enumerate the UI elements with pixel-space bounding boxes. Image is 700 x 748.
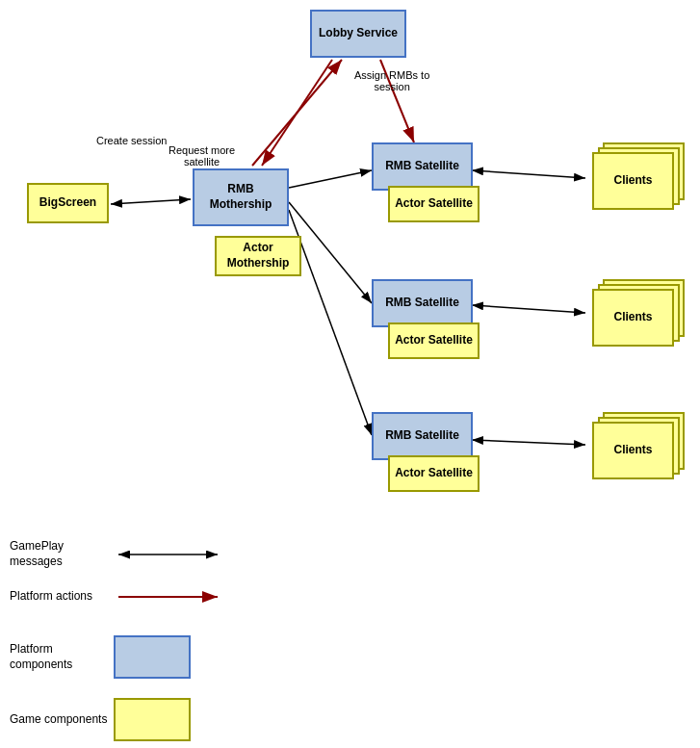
rmb-mothership-box: RMBMothership bbox=[193, 168, 289, 226]
legend-game-components-label: Game components bbox=[10, 712, 111, 728]
legend-platform-components: Platform components bbox=[10, 635, 191, 679]
actor-mothership-box: ActorMothership bbox=[215, 236, 301, 276]
svg-line-9 bbox=[472, 305, 585, 313]
legend-game-box bbox=[114, 698, 191, 741]
actor-satellite3-box: Actor Satellite bbox=[388, 455, 480, 492]
request-more-satellite-label: Request moresatellite bbox=[169, 144, 235, 168]
svg-line-12 bbox=[252, 60, 342, 166]
legend-gameplay: GamePlaymessages bbox=[10, 539, 229, 569]
actor-satellite1-box: Actor Satellite bbox=[388, 186, 480, 222]
actor-satellite2-box: Actor Satellite bbox=[388, 322, 480, 359]
lobby-service-box: Lobby Service bbox=[310, 10, 406, 58]
legend-game-components: Game components bbox=[10, 698, 191, 741]
legend-platform-box bbox=[114, 635, 191, 679]
legend-platform-actions-label: Platform actions bbox=[10, 589, 111, 605]
diagram-container: Lobby Service RMBMothership ActorMothers… bbox=[0, 0, 700, 748]
svg-line-4 bbox=[111, 199, 191, 204]
assign-rmbs-label: Assign RMBs tosession bbox=[354, 69, 429, 92]
create-session-label: Create session bbox=[96, 135, 167, 146]
svg-line-11 bbox=[262, 60, 332, 166]
bigscreen-box: BigScreen bbox=[27, 183, 109, 223]
clients2-box: Clients bbox=[592, 289, 674, 347]
legend-platform-components-label: Platform components bbox=[10, 642, 111, 672]
svg-line-5 bbox=[289, 170, 372, 188]
rmb-satellite1-box: RMB Satellite bbox=[372, 142, 473, 191]
rmb-satellite2-box: RMB Satellite bbox=[372, 279, 473, 327]
svg-line-8 bbox=[472, 170, 585, 178]
clients3-box: Clients bbox=[592, 422, 674, 479]
legend-platform-actions-arrow bbox=[114, 587, 229, 606]
legend-gameplay-label: GamePlaymessages bbox=[10, 539, 111, 569]
rmb-satellite3-box: RMB Satellite bbox=[372, 412, 473, 460]
legend-gameplay-arrow bbox=[114, 545, 229, 564]
legend-platform-actions: Platform actions bbox=[10, 587, 229, 606]
clients1-box: Clients bbox=[592, 152, 674, 210]
svg-line-10 bbox=[472, 440, 585, 445]
